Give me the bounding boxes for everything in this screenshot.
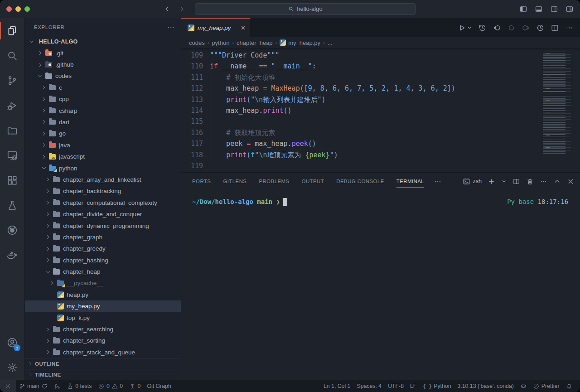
terminal-more-icon[interactable] [540,178,547,185]
status-copilot[interactable] [517,380,530,392]
tree-item-top-k-py[interactable]: top_k.py [25,312,181,323]
minimize-window-button[interactable] [15,6,21,12]
split-terminal-icon[interactable] [512,178,520,185]
tree-item--git[interactable]: .git [25,47,181,58]
maximize-panel-icon[interactable] [553,178,561,185]
tree-item-chapter-dynamic-programming[interactable]: chapter_dynamic_programming [25,220,181,231]
status-problems[interactable]: 00 [95,380,126,392]
tree-item-csharp[interactable]: csharp [25,105,181,116]
breadcrumb-item--[interactable]: ... [328,39,333,46]
gitlens-forward-icon[interactable] [522,24,530,32]
activity-extensions[interactable] [0,168,24,193]
status-python-interpreter[interactable]: 3.10.13 ('base': conda) [454,380,517,392]
run-python-file[interactable] [458,24,472,32]
tree-item--github[interactable]: .github [25,59,181,70]
terminal[interactable]: ~/Dow/hello-algo main ❯ Py base 18:17:16 [181,190,580,380]
tree-item--pycache-[interactable]: __pycache__ [25,277,181,289]
go-back-icon[interactable] [163,5,171,13]
tree-item-codes[interactable]: codes [25,70,181,82]
status-feed[interactable]: 0 [126,380,144,392]
tree-item-chapter-backtracking[interactable]: chapter_backtracking [25,185,181,197]
activity-source-control[interactable] [0,68,24,93]
kill-terminal-icon[interactable] [526,178,534,185]
tree-item-javascript[interactable]: javascript [25,151,181,162]
tree-item-chapter-sorting[interactable]: chapter_sorting [25,335,181,346]
tree-item-chapter-greedy[interactable]: chapter_greedy [25,243,181,254]
tree-root-hello-algo[interactable]: HELLO-ALGO [25,36,181,47]
terminal-profile-dropdown-icon[interactable] [501,179,507,184]
panel-tab-gitlens[interactable]: GITLENS [223,173,246,190]
close-panel-icon[interactable] [567,178,575,185]
split-editor-icon[interactable] [551,24,559,32]
panel-tab-terminal[interactable]: TERMINAL [396,173,424,190]
breadcrumb-item-python[interactable]: python [212,39,229,46]
explorer-more-actions-button[interactable]: ⋯ [167,23,174,31]
tree-item-heap-py[interactable]: heap.py [25,289,181,300]
status-git-graph-button[interactable] [51,380,64,392]
command-center-search[interactable]: hello-algo [195,3,416,15]
activity-docker[interactable] [0,242,24,267]
minimap[interactable] [543,52,573,155]
code-editor[interactable]: 109"""Driver Code"""110if __name__ == "_… [181,48,580,172]
tree-item-c[interactable]: c [25,82,181,93]
toggle-secondary-sidebar-icon[interactable] [550,5,558,13]
activity-run-debug[interactable] [0,93,24,118]
section-outline[interactable]: OUTLINE [25,358,181,369]
status-cursor-position[interactable]: Ln 1, Col 1 [320,380,353,392]
activity-remote-explorer[interactable] [0,143,24,168]
status-language-mode[interactable]: { }Python [420,380,454,392]
tab-my-heap-py[interactable]: my_heap.py ✕ [181,18,251,37]
tree-item-cpp[interactable]: cpp [25,93,181,105]
tree-item-chapter-array-and-linkedlist[interactable]: chapter_array_and_linkedlist [25,174,181,185]
status-git-branch[interactable]: main [16,380,51,392]
tree-item-chapter-stack-and-queue[interactable]: chapter_stack_and_queue [25,347,181,358]
status-notifications[interactable] [563,380,576,392]
toggle-primary-sidebar-icon[interactable] [519,5,527,13]
tree-item-chapter-computational-complexity[interactable]: chapter_computational_complexity [25,197,181,208]
shell-selector[interactable]: zsh [463,178,482,185]
section-timeline[interactable]: TIMELINE [25,369,181,380]
go-forward-icon[interactable] [178,5,186,13]
tree-item-my-heap-py[interactable]: my_heap.py [25,300,181,312]
close-window-button[interactable] [6,6,12,12]
tree-item-go[interactable]: go [25,128,181,139]
more-actions-icon[interactable] [565,24,574,32]
tree-item-chapter-searching[interactable]: chapter_searching [25,324,181,335]
gitlens-back-icon[interactable] [493,24,501,32]
panel-tab-output[interactable]: OUTPUT [302,173,324,190]
panel-tab-debug-console[interactable]: DEBUG CONSOLE [336,173,384,190]
tree-item-chapter-divide-and-conquer[interactable]: chapter_divide_and_conquer [25,208,181,220]
panel-tabs-more-button[interactable]: ⋯ [434,177,441,185]
close-tab-icon[interactable]: ✕ [241,24,246,31]
activity-accounts[interactable]: 1 [0,330,24,355]
activity-explorer[interactable] [0,18,24,43]
tree-item-chapter-hashing[interactable]: chapter_hashing [25,254,181,266]
customize-layout-icon[interactable] [566,5,574,13]
gitlens-current-icon[interactable] [507,24,516,32]
panel-tab-ports[interactable]: PORTS [192,173,211,190]
status-tests[interactable]: 0 tests [64,380,95,392]
status-indentation[interactable]: Spaces: 4 [353,380,385,392]
tree-item-python[interactable]: python [25,162,181,174]
status-git-graph-label[interactable]: Git Graph [144,380,174,392]
activity-testing[interactable] [0,193,24,218]
breadcrumb-item-chapter-heap[interactable]: chapter_heap [237,39,273,46]
tree-item-chapter-graph[interactable]: chapter_graph [25,232,181,243]
toggle-panel-icon[interactable] [535,5,543,13]
breadcrumb-item-my-heap-py[interactable]: my_heap.py [280,39,320,46]
status-remote-indicator[interactable] [0,380,16,392]
breadcrumb-item-codes[interactable]: codes [189,39,205,46]
panel-tab-problems[interactable]: PROBLEMS [259,173,289,190]
activity-github[interactable] [0,218,24,242]
status-eol[interactable]: LF [407,380,420,392]
tree-item-dart[interactable]: dart [25,116,181,128]
activity-settings[interactable] [0,355,24,380]
activity-project-folder[interactable] [0,118,24,143]
tree-item-chapter-heap[interactable]: chapter_heap [25,266,181,277]
activity-search[interactable] [0,43,24,68]
zoom-window-button[interactable] [24,6,30,12]
gitlens-graph-icon[interactable] [536,24,545,32]
tree-item-java[interactable]: java [25,140,181,151]
new-terminal-icon[interactable] [488,178,495,185]
status-encoding[interactable]: UTF-8 [385,380,407,392]
